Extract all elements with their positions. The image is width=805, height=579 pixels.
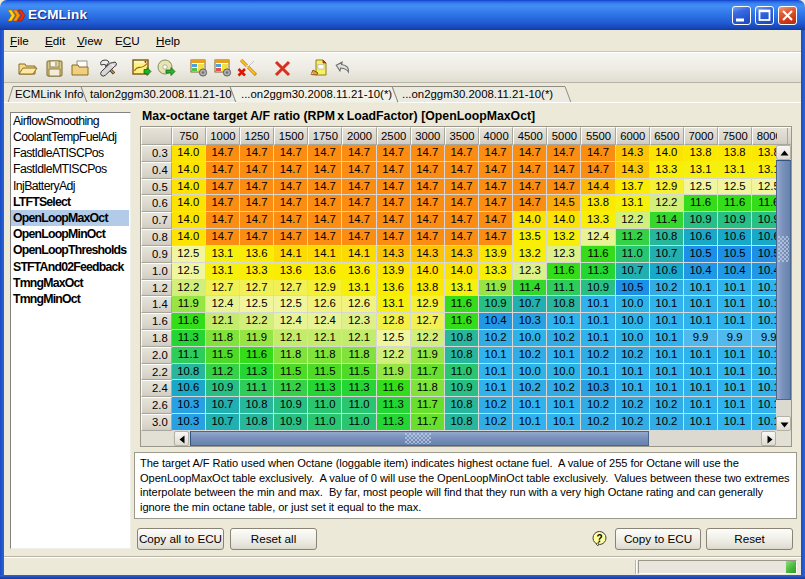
svg-text:?: ? [596, 533, 602, 544]
